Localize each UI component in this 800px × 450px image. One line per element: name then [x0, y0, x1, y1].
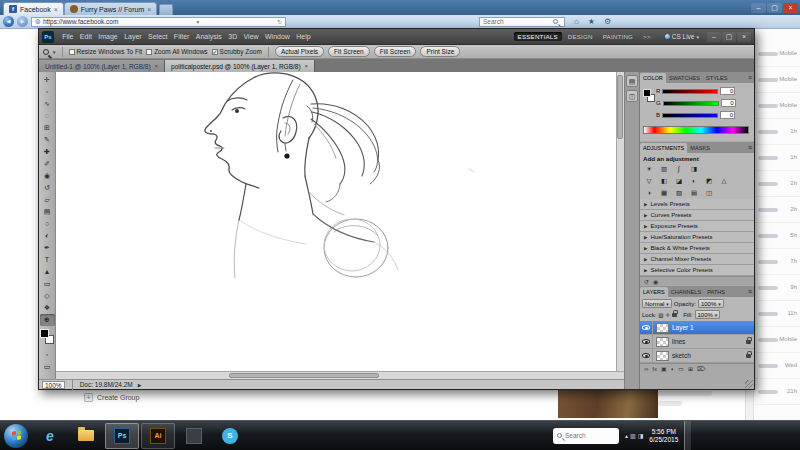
layer-name[interactable]: Layer 1 [672, 324, 694, 331]
preset-row-black-white[interactable]: ▶Black & White Presets [640, 243, 754, 254]
volume-icon[interactable]: ◨ [638, 432, 644, 439]
tab-channels[interactable]: CHANNELS [668, 287, 704, 297]
layer-thumbnail[interactable] [656, 323, 669, 333]
chat-contact-row[interactable]: 7h [754, 249, 800, 275]
crop-tool[interactable]: ⊞ [40, 122, 55, 134]
layer-thumbnail[interactable] [656, 337, 669, 347]
tool-preset-caret-icon[interactable]: ▾ [53, 49, 56, 55]
tray-expand-icon[interactable]: ▴ [625, 432, 628, 439]
workspace-design[interactable]: DESIGN [564, 32, 597, 41]
workspace-painting[interactable]: PAINTING [599, 32, 637, 41]
adjustment-layer-icon[interactable]: ◐ [671, 366, 675, 372]
chat-contact-row[interactable]: Mobile [754, 93, 800, 119]
eyedropper-tool[interactable]: ✎ [40, 134, 55, 146]
visibility-toggle[interactable] [640, 321, 653, 335]
menu-image[interactable]: Image [95, 33, 121, 40]
marquee-tool[interactable]: ▫ [40, 86, 55, 98]
chat-contact-row[interactable]: 21h [754, 379, 800, 405]
actual-pixels-button[interactable]: Actual Pixels [275, 46, 324, 57]
posterize-icon[interactable]: ▦ [657, 187, 671, 198]
exposure-icon[interactable]: ◨ [687, 163, 701, 174]
invert-icon[interactable]: ◑ [642, 187, 656, 198]
panel-resize-grip[interactable] [745, 380, 753, 388]
visibility-toggle[interactable] [640, 335, 653, 349]
hue-saturation-icon[interactable]: ◧ [657, 175, 671, 186]
browser-search-box[interactable] [479, 17, 565, 27]
channel-mixer-icon[interactable]: △ [717, 175, 731, 186]
print-size-button[interactable]: Print Size [420, 46, 460, 57]
blend-mode-select[interactable]: Normal ▾ [642, 299, 672, 308]
ps-close-button[interactable]: × [737, 32, 751, 42]
zoom-tool[interactable]: ⊕ [40, 314, 55, 326]
chat-contact-row[interactable]: Mobile [754, 41, 800, 67]
layer-thumbnail[interactable] [656, 351, 669, 361]
taskbar-search-input[interactable] [565, 432, 613, 439]
network-icon[interactable]: ▥ [630, 432, 636, 439]
status-arrow-icon[interactable]: ▶ [138, 382, 142, 388]
fill-screen-button[interactable]: Fill Screen [374, 46, 417, 57]
red-channel-value[interactable]: 0 [720, 87, 735, 95]
layer-name[interactable]: lines [672, 338, 685, 345]
layer-style-icon[interactable]: fx [652, 366, 657, 372]
address-bar[interactable]: ⊚ https://www.facebook.com ▾ ↻ [31, 17, 286, 27]
favorites-star-icon[interactable]: ★ [588, 17, 595, 26]
back-button[interactable]: ◀ [3, 16, 14, 27]
taskbar-search-box[interactable] [553, 428, 619, 444]
delete-layer-icon[interactable]: ⌦ [697, 365, 705, 372]
ps-minimize-button[interactable]: – [707, 32, 721, 42]
close-tab-icon[interactable]: × [54, 6, 58, 13]
browser-maximize-button[interactable]: ▢ [767, 3, 782, 13]
screen-mode-button[interactable]: ▭ [40, 361, 55, 373]
preset-row-channel-mixer[interactable]: ▶Channel Mixer Presets [640, 254, 754, 265]
chat-contact-row[interactable]: Mobile [754, 327, 800, 353]
healing-brush-tool[interactable]: ✚ [40, 146, 55, 158]
hand-tool[interactable]: ❖ [40, 302, 55, 314]
menu-file[interactable]: File [59, 33, 77, 40]
collapsed-panel-icon-2[interactable]: ◫ [626, 90, 638, 102]
preset-row-hue-saturation[interactable]: ▶Hue/Saturation Presets [640, 232, 754, 243]
green-channel-value[interactable]: 0 [721, 99, 736, 107]
opacity-select[interactable]: 100% ▾ [698, 299, 724, 308]
visibility-icon[interactable]: ◉ [653, 278, 658, 285]
taskbar-skype-button[interactable]: S [213, 423, 247, 449]
ps-restore-button[interactable]: ▢ [722, 32, 736, 42]
chat-contact-row[interactable]: 1h [754, 145, 800, 171]
levels-icon[interactable]: ▥ [657, 163, 671, 174]
zoom-level-field[interactable]: 100% [42, 381, 65, 389]
move-tool[interactable]: ✛ [40, 74, 55, 86]
panel-menu-icon[interactable]: ≡ [748, 143, 754, 153]
doc-tab-politicalposter[interactable]: politicalposter.psd @ 100% (Layer 1, RGB… [165, 60, 315, 72]
panel-menu-icon[interactable]: ≡ [748, 287, 754, 297]
preset-row-curves[interactable]: ▶Curves Presets [640, 210, 754, 221]
checkbox-icon[interactable] [212, 49, 218, 55]
show-desktop-button[interactable] [684, 421, 691, 450]
browser-search-input[interactable] [483, 18, 553, 25]
gradient-map-icon[interactable]: ▤ [687, 187, 701, 198]
lock-all-icon[interactable] [672, 313, 677, 317]
foreground-color-mini-swatch[interactable] [643, 89, 651, 97]
browser-tab-facebook[interactable]: f Facebook × [3, 2, 64, 15]
gradient-tool[interactable]: ▤ [40, 206, 55, 218]
tab-color[interactable]: COLOR [640, 73, 666, 83]
tab-styles[interactable]: STYLES [703, 73, 730, 83]
tab-masks[interactable]: MASKS [687, 143, 713, 153]
menu-select[interactable]: Select [145, 33, 171, 40]
lock-position-icon[interactable]: ✛ [666, 312, 671, 318]
create-group-item[interactable]: + Create Group [84, 393, 139, 402]
curves-icon[interactable]: ∫ [672, 163, 686, 174]
chat-contact-row[interactable]: 2h [754, 171, 800, 197]
tab-adjustments[interactable]: ADJUSTMENTS [640, 143, 687, 153]
browser-close-button[interactable]: × [783, 3, 798, 13]
doc-tab-close-icon[interactable]: × [155, 63, 159, 69]
history-brush-tool[interactable]: ↺ [40, 182, 55, 194]
chat-contact-row[interactable]: Wed [754, 353, 800, 379]
checkbox-resize-windows[interactable]: Resize Windows To Fit [69, 48, 143, 55]
foreground-color-swatch[interactable] [40, 329, 49, 338]
taskbar-explorer-button[interactable] [69, 423, 103, 449]
tab-paths[interactable]: PATHS [704, 287, 728, 297]
visibility-toggle[interactable] [640, 349, 653, 363]
taskbar-app-button[interactable] [177, 423, 211, 449]
close-tab-icon[interactable]: × [147, 6, 151, 13]
new-tab-button[interactable] [159, 4, 173, 15]
workspace-essentials[interactable]: ESSENTIALS [514, 32, 562, 41]
